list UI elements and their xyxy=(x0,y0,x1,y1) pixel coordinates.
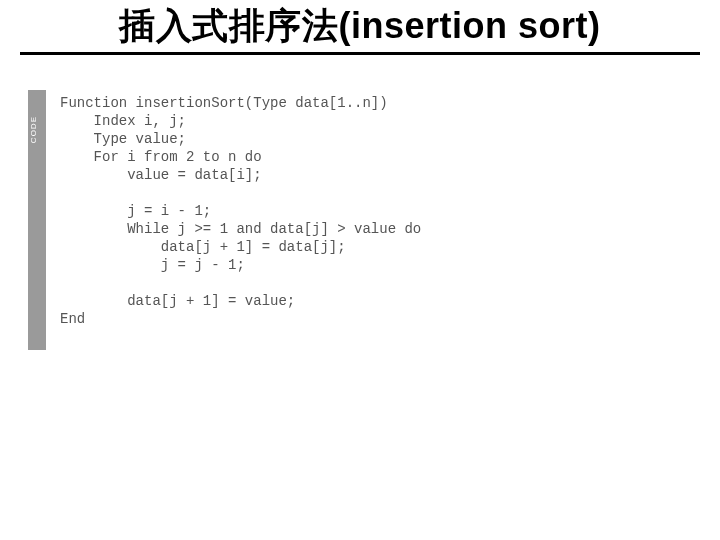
slide: 插入式排序法(insertion sort) CODE Function ins… xyxy=(0,0,720,540)
gutter-label: CODE xyxy=(29,116,38,143)
code-gutter: CODE xyxy=(28,90,46,350)
code-block: CODE Function insertionSort(Type data[1.… xyxy=(28,90,668,350)
code-body: Function insertionSort(Type data[1..n]) … xyxy=(46,90,668,350)
page-title: 插入式排序法(insertion sort) xyxy=(0,2,720,51)
title-underline xyxy=(20,52,700,55)
